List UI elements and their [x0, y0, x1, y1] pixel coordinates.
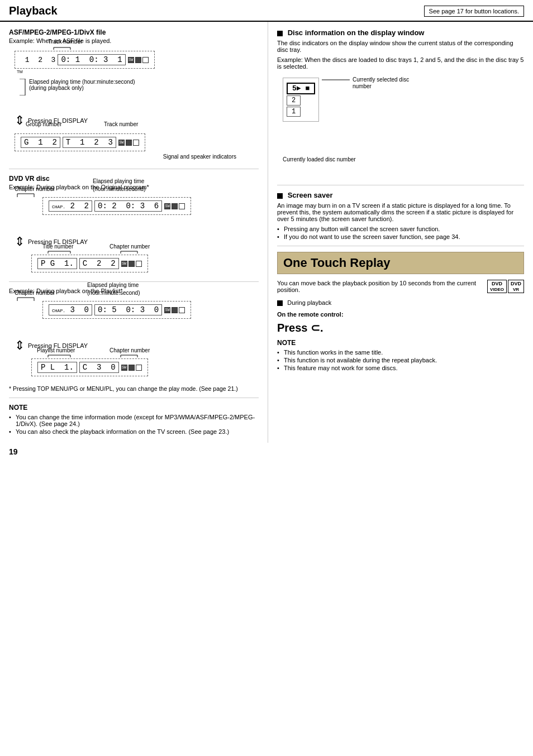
disc-selected-box: 5► ■: [287, 83, 315, 94]
display6-pl: P L 1.: [37, 362, 77, 373]
disc-box-inner: 5► ■ 2 1: [287, 82, 315, 118]
track-bracket-svg: [31, 39, 98, 50]
during-pb-square: [277, 300, 283, 306]
fl-arrow-symbol: ⇕: [15, 113, 25, 128]
ind6-sw: SW: [121, 365, 127, 371]
display1-time: 0: 1 0: 3 1: [58, 54, 125, 65]
screen-saver-section: Screen saver An image may burn in on a T…: [277, 191, 524, 240]
disc-leader-svg: Currently selected disc number: [322, 74, 434, 108]
track-number-label-2: Track number: [104, 121, 138, 127]
display5-box: CHAP. 3 0 0: 5 0: 3 0 SW: [42, 301, 191, 319]
ind6-1: [129, 365, 135, 371]
disc-loaded-label: Currently loaded disc number: [283, 156, 524, 162]
page-title: Playback: [9, 4, 58, 17]
screen-saver-square: [277, 193, 283, 199]
divider3: [9, 398, 259, 398]
ind4-2: [136, 261, 142, 267]
ind4-sw: SW: [121, 261, 127, 267]
ind5-1: [172, 307, 178, 313]
ind2-2: [133, 140, 139, 146]
otr-body-row: You can move back the playback position …: [277, 280, 524, 293]
otr-note-3: This feature may not work for some discs…: [277, 365, 524, 371]
display1-box: 1 2 3 0: 1 0: 3 1 SW: [15, 51, 155, 69]
display1-indicators: SW: [128, 57, 149, 63]
ind3-sw: SW: [164, 203, 170, 209]
display5-ch: CHAP. 3 0: [49, 304, 92, 315]
tm-label: TM: [17, 69, 259, 76]
playlist-bracket-6: [37, 347, 87, 357]
fl-arrow-symbol-3: ⇕: [15, 338, 25, 353]
ind4-1: [129, 261, 135, 267]
screen-saver-list: Pressing any button will cancel the scre…: [277, 226, 524, 240]
badge-dvd-vr-line1: DVD: [511, 281, 521, 287]
elapsed-label-3: Elapsed playing time: [93, 178, 144, 184]
ind3-2: [179, 203, 185, 209]
chap-bracket-3: [12, 186, 79, 197]
display3-wrapper: Chapter number Elapsed playing time (hou…: [42, 194, 259, 215]
chap-bracket-5: [12, 290, 79, 301]
elapsed-sublabel: (during playback only): [29, 85, 259, 91]
disc-info-header: Disc information on the display window: [277, 28, 524, 37]
display3-ch: CHAP. 2 2: [49, 200, 92, 212]
otr-body: You can move back the playback position …: [277, 280, 483, 293]
disc-info-body: The disc indicators on the display windo…: [277, 40, 524, 53]
display2-wrapper: Group number Track number G 1 2 T 1 2 3 …: [15, 130, 259, 160]
divider1: [9, 169, 259, 169]
otr-during-pb: During playback: [277, 299, 524, 307]
display4-inds: SW: [121, 261, 142, 267]
screen-saver-title: Screen saver: [288, 191, 333, 199]
display4-pg: P G 1.: [37, 258, 77, 269]
disc-info-section: Disc information on the display window T…: [277, 28, 524, 162]
otr-note-1: This function works in the same title.: [277, 349, 524, 356]
badge-dvd-video-line1: DVD: [490, 281, 504, 287]
asf-title: ASF/MPEG-2/MPEG-1/DivX file: [9, 28, 259, 36]
otr-note-2: This function is not available during th…: [277, 357, 524, 363]
chap-bracket-4: [110, 243, 154, 253]
disc-box: 5► ■ 2 1: [283, 78, 319, 122]
disc-info-example: Example: When the discs are loaded to di…: [277, 56, 524, 70]
display5-wrapper: Chapter number Elapsed playing time (hou…: [42, 298, 259, 319]
press-label: Press ⊂.: [277, 321, 524, 334]
footnote: * Pressing TOP MENU/PG or MENU/PL, you c…: [9, 385, 259, 392]
display4-box: P G 1. C 2 2 SW: [31, 255, 148, 272]
display2-indicators: SW: [118, 140, 139, 146]
note-section: NOTE You can change the time information…: [9, 404, 259, 435]
left-column: ASF/MPEG-2/MPEG-1/DivX file Example: Whe…: [0, 22, 268, 443]
note-list: You can change the time information mode…: [9, 414, 259, 435]
disc-diagram-wrapper: 5► ■ 2 1 Currently selected disc number …: [283, 74, 524, 162]
elapsed-label-5: Elapsed playing time: [87, 282, 139, 288]
ss-item-2: If you do not want to use the screen sav…: [277, 233, 524, 240]
svg-text:Currently selected disc: Currently selected disc: [353, 76, 409, 83]
display6-box: P L 1. C 3 0 SW: [31, 358, 148, 376]
display6-wrapper: Playlist number Chapter number P L 1. C …: [31, 355, 259, 376]
display6-c: C 3 0: [79, 362, 119, 373]
on-remote-label: On the remote control:: [277, 311, 524, 318]
elapsed-sub-3: (hour:minute:second): [93, 186, 146, 192]
note-item-2: You can also check the playback informat…: [9, 428, 259, 435]
page-header: Playback See page 17 for button location…: [0, 0, 533, 22]
disc-2-box: 2: [287, 95, 301, 106]
otr-title: One Touch Replay: [283, 256, 391, 270]
badge-dvd-vr: DVD VR: [508, 280, 524, 293]
during-pb-label: During playback: [287, 299, 331, 306]
display5-inds: SW: [164, 307, 185, 313]
display1-digits: 1 2 3: [21, 56, 55, 64]
display2-t: T 1 2 3: [63, 137, 116, 148]
main-content: ASF/MPEG-2/MPEG-1/DivX file Example: Whe…: [0, 22, 533, 443]
title-bracket-4: [37, 243, 87, 253]
display4-wrapper: Title number Chapter number P G 1.: [31, 251, 259, 272]
page-number: 19: [0, 443, 533, 461]
disc-1-box: 1: [287, 107, 301, 117]
display2-g: G 1 2: [21, 137, 60, 148]
screen-saver-body: An image may burn in on a TV screen if a…: [277, 202, 524, 222]
playlist-section: Example: During playback on the Playlist…: [9, 288, 259, 376]
otr-note-title: NOTE: [277, 339, 524, 347]
display4-c: C 2 2: [79, 258, 119, 269]
badge-dvd-vr-line2: VR: [511, 287, 521, 293]
otr-badges: DVD VIDEO DVD VR: [487, 280, 524, 293]
ind3-1: [172, 203, 178, 209]
chap-bracket-6: [110, 347, 154, 357]
display3-inds: SW: [164, 203, 185, 209]
display6-inds: SW: [121, 365, 142, 371]
badge-dvd-video: DVD VIDEO: [487, 280, 507, 293]
